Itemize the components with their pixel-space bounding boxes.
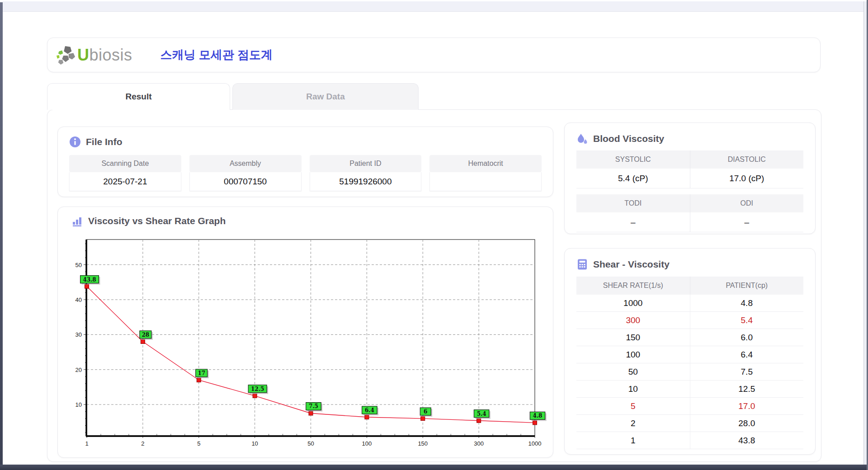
page-title: 스캐닝 모세관 점도계 xyxy=(160,47,273,63)
info-icon xyxy=(69,136,81,148)
blood-viscosity-card: Blood Viscosity SYSTOLICDIASTOLIC5.4 (cP… xyxy=(564,122,816,234)
shear-rate-cell: 300 xyxy=(576,312,690,329)
y-tick-label: 50 xyxy=(75,262,82,268)
shear-rate-cell: 150 xyxy=(576,329,690,346)
table-row: 1506.0 xyxy=(576,329,803,346)
patient-viscosity-cell: 17.0 xyxy=(690,398,804,414)
file-info-field-value xyxy=(429,172,542,191)
shear-rate-cell: 2 xyxy=(576,415,690,432)
data-point-marker xyxy=(253,394,257,398)
viscosity-graph-card: Viscosity vs Shear Rate Graph 1020304050… xyxy=(57,207,553,458)
blood-viscosity-header-row: TODIODI xyxy=(576,194,803,212)
file-info-field: Hematocrit xyxy=(429,155,542,191)
file-info-field: Scanning Date2025-07-21 xyxy=(69,155,181,191)
blood-viscosity-value-row: 5.4 (cP)17.0 (cP) xyxy=(576,169,803,188)
shear-rate-cell: 1 xyxy=(576,432,690,449)
x-tick-label: 10 xyxy=(251,440,258,447)
data-point-marker xyxy=(477,418,481,423)
x-tick-label: 50 xyxy=(307,440,314,447)
window-bottom-edge xyxy=(0,465,868,470)
patient-viscosity-cell: 7.5 xyxy=(690,363,804,380)
patient-viscosity-cell: 6.0 xyxy=(690,329,804,346)
file-info-field: Patient ID51991926000 xyxy=(310,155,422,191)
point-label-text: 5.4 xyxy=(477,411,486,417)
point-label-text: 28 xyxy=(142,332,150,338)
ubiosis-logo: Ubiosis xyxy=(56,45,132,65)
table-row: 3005.4 xyxy=(576,312,803,329)
patient-viscosity-cell: 43.8 xyxy=(690,432,804,449)
blood-viscosity-header-cell: ODI xyxy=(690,194,804,212)
shear-rate-cell: 50 xyxy=(576,363,690,380)
blood-viscosity-group: SYSTOLICDIASTOLIC5.4 (cP)17.0 (cP) xyxy=(576,150,803,188)
y-tick-label: 20 xyxy=(75,367,82,373)
file-info-title: File Info xyxy=(86,136,123,147)
point-label-text: 17 xyxy=(198,370,205,376)
blood-viscosity-value-row: –– xyxy=(576,212,803,232)
data-point-marker xyxy=(421,417,425,421)
file-info-field-label: Hematocrit xyxy=(429,155,542,172)
table-row: 1012.5 xyxy=(576,381,803,398)
x-tick-label: 100 xyxy=(362,440,372,447)
blood-viscosity-value-cell: 17.0 (cP) xyxy=(690,169,804,188)
file-info-field-value: 51991926000 xyxy=(310,172,422,191)
y-tick-label: 30 xyxy=(75,331,82,338)
shear-viscosity-card: Shear - Viscosity SHEAR RATE(1/s) PATIEN… xyxy=(564,248,816,455)
window-titlebar xyxy=(3,1,863,12)
bar-chart-icon xyxy=(71,215,83,227)
calculator-icon xyxy=(576,258,588,270)
x-tick-label: 1 xyxy=(85,440,88,447)
shear-viscosity-table: SHEAR RATE(1/s) PATIENT(cp) 10004.83005.… xyxy=(576,277,803,449)
x-tick-label: 300 xyxy=(474,440,484,447)
ubiosis-logo-icon xyxy=(56,45,76,65)
patient-viscosity-cell: 12.5 xyxy=(690,381,804,397)
point-label-text: 43.8 xyxy=(83,277,96,283)
tab-result[interactable]: Result xyxy=(47,83,230,110)
ubiosis-logo-text: Ubiosis xyxy=(77,46,132,65)
y-tick-label: 40 xyxy=(75,296,82,303)
file-info-field-label: Assembly xyxy=(189,155,302,172)
file-info-field-value: 000707150 xyxy=(189,172,302,191)
shear-rate-column-header: SHEAR RATE(1/s) xyxy=(576,277,690,295)
point-label-text: 7.5 xyxy=(309,403,318,409)
blood-drop-icon xyxy=(576,133,588,145)
file-info-field: Assembly000707150 xyxy=(189,155,302,191)
patient-viscosity-cell: 6.4 xyxy=(690,346,804,363)
table-row: 517.0 xyxy=(576,398,803,415)
patient-viscosity-cell: 4.8 xyxy=(690,295,804,311)
viscosity-shear-chart: 10203040501251050100150300100043.8281712… xyxy=(61,233,550,457)
tab-raw-data[interactable]: Raw Data xyxy=(232,83,419,110)
blood-viscosity-table: SYSTOLICDIASTOLIC5.4 (cP)17.0 (cP)TODIOD… xyxy=(576,150,803,232)
data-point-marker xyxy=(141,339,145,343)
x-tick-label: 2 xyxy=(141,440,144,447)
blood-viscosity-header-cell: DIASTOLIC xyxy=(690,150,804,169)
file-info-fields: Scanning Date2025-07-21Assembly000707150… xyxy=(69,155,542,191)
result-panel: File Info Scanning Date2025-07-21Assembl… xyxy=(47,109,821,462)
x-tick-label: 150 xyxy=(418,440,428,447)
data-point-marker xyxy=(309,411,313,415)
point-label-text: 12.5 xyxy=(251,386,264,392)
data-point-marker xyxy=(533,421,537,425)
data-point-marker xyxy=(197,378,201,382)
x-tick-label: 5 xyxy=(197,440,200,447)
shear-rate-cell: 1000 xyxy=(576,295,690,311)
blood-viscosity-header-cell: TODI xyxy=(576,194,690,212)
blood-viscosity-group: TODIODI–– xyxy=(576,194,803,232)
file-info-field-label: Scanning Date xyxy=(69,155,181,172)
blood-viscosity-header-cell: SYSTOLIC xyxy=(576,150,690,169)
shear-rate-cell: 10 xyxy=(576,381,690,397)
patient-column-header: PATIENT(cp) xyxy=(690,277,804,295)
table-row: 143.8 xyxy=(576,432,803,449)
point-label-text: 6 xyxy=(424,409,427,415)
table-row: 507.5 xyxy=(576,363,803,381)
graph-title: Viscosity vs Shear Rate Graph xyxy=(88,216,226,226)
y-tick-label: 10 xyxy=(75,401,82,408)
data-point-marker xyxy=(365,415,369,419)
patient-viscosity-cell: 5.4 xyxy=(690,312,804,329)
blood-viscosity-header-row: SYSTOLICDIASTOLIC xyxy=(576,150,803,169)
shear-rate-cell: 5 xyxy=(576,398,690,414)
blood-viscosity-value-cell: – xyxy=(690,212,804,232)
file-info-field-value: 2025-07-21 xyxy=(69,172,181,191)
point-label-text: 4.8 xyxy=(533,413,542,419)
patient-viscosity-cell: 28.0 xyxy=(690,415,804,432)
table-row: 10004.8 xyxy=(576,295,803,312)
